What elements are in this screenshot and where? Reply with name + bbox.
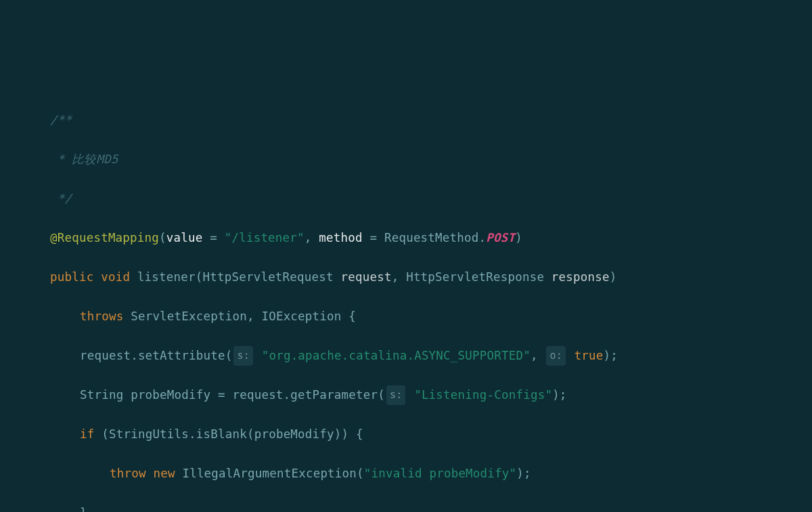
keyword: public xyxy=(50,270,93,284)
param-type: HttpServletRequest xyxy=(203,270,341,284)
line-end: ); xyxy=(516,467,531,480)
dot: . xyxy=(479,231,487,244)
code-line: if (StringUtils.isBlank(probeModify)) { xyxy=(20,425,792,444)
keyword: throws xyxy=(80,310,123,323)
code-line: } xyxy=(20,503,792,512)
condition: (StringUtils.isBlank(probeModify)) { xyxy=(102,427,363,441)
code-line: throws ServletException, IOException { xyxy=(20,307,792,326)
keyword: new xyxy=(153,467,175,480)
space xyxy=(130,270,137,284)
string-literal: "Listening-Configs" xyxy=(414,388,552,402)
line-end: ); xyxy=(604,349,618,362)
code-line: */ xyxy=(20,189,792,209)
paren: ( xyxy=(196,270,203,284)
exception-types: ServletException, IOException xyxy=(131,310,348,323)
comma: , xyxy=(531,349,545,362)
method-call: request.setAttribute( xyxy=(80,349,232,362)
param: request xyxy=(341,270,392,284)
type-ref: RequestMethod xyxy=(384,231,479,244)
doc-comment-text: 比较MD5 xyxy=(72,152,118,166)
annotation: @RequestMapping xyxy=(50,231,159,244)
brace: } xyxy=(80,506,87,512)
attr-name: method xyxy=(319,231,362,244)
param-type: HttpServletResponse xyxy=(406,270,551,284)
code-line: throw new IllegalArgumentException("inva… xyxy=(20,464,792,484)
doc-comment: * xyxy=(50,152,72,166)
param-hint: s: xyxy=(233,346,252,366)
string-literal: "org.apache.catalina.ASYNC_SUPPORTED" xyxy=(262,349,531,362)
space xyxy=(567,349,574,362)
doc-comment: /** xyxy=(50,113,72,127)
space xyxy=(93,270,101,284)
string-literal: "invalid probeModify" xyxy=(364,467,516,480)
space xyxy=(146,467,154,480)
space xyxy=(407,388,414,402)
space xyxy=(175,467,183,480)
attr-name: value xyxy=(166,231,203,244)
keyword: throw xyxy=(110,467,146,480)
space xyxy=(254,349,262,362)
param: response xyxy=(551,270,610,284)
paren: ) xyxy=(515,231,522,244)
operator: = xyxy=(202,231,224,244)
keyword: if xyxy=(80,427,94,441)
code-line: public void listener(HttpServletRequest … xyxy=(20,268,792,287)
constant: POST xyxy=(486,231,515,244)
code-line: @RequestMapping(value = "/listener", met… xyxy=(20,228,792,248)
paren: ( xyxy=(159,231,166,244)
code-line: * 比较MD5 xyxy=(20,150,792,169)
comma: , xyxy=(304,231,319,244)
string-literal: "/listener" xyxy=(225,231,304,244)
code-line: request.setAttribute(s: "org.apache.cata… xyxy=(20,346,792,366)
code-line: String probeModify = request.getParamete… xyxy=(20,385,792,405)
code-line: /** xyxy=(20,110,792,130)
keyword: void xyxy=(101,270,130,284)
method-name: listener xyxy=(137,270,196,284)
param-hint: o: xyxy=(546,346,565,366)
line-end: ); xyxy=(552,388,566,402)
space xyxy=(123,310,131,323)
param-hint: s: xyxy=(386,385,405,405)
operator: = xyxy=(363,231,384,244)
keyword: true xyxy=(574,349,604,362)
space xyxy=(94,427,102,441)
comma: , xyxy=(392,270,406,284)
code-editor[interactable]: /** * 比较MD5 */ @RequestMapping(value = "… xyxy=(20,91,792,512)
brace: { xyxy=(348,310,356,323)
doc-comment: */ xyxy=(50,192,72,205)
paren: ) xyxy=(610,270,617,284)
constructor: IllegalArgumentException( xyxy=(182,467,363,480)
method-call: String probeModify = request.getParamete… xyxy=(80,388,385,402)
